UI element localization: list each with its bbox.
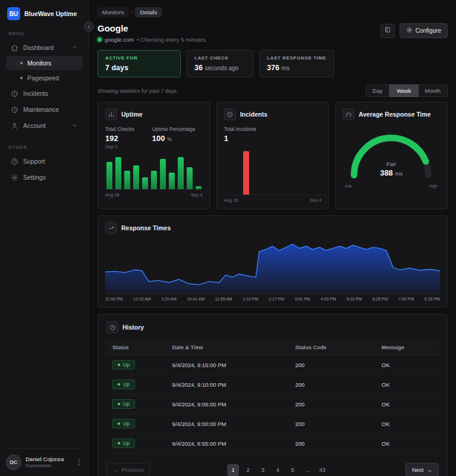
trend-line-icon <box>105 222 117 234</box>
history-icon <box>106 321 118 333</box>
card-title: Incidents <box>240 111 268 118</box>
history-cell-status: Up <box>106 394 166 414</box>
x-axis-label: 4:00 PM <box>320 297 336 301</box>
pagination-page-button[interactable]: 43 <box>316 464 328 476</box>
history-row: Up9/4/2024, 9:05:00 PM200OK <box>106 394 439 414</box>
sidebar-item-label: Maintenance <box>23 106 59 113</box>
x-axis-label: 3:01 PM <box>295 297 310 301</box>
main-content: Monitors › Details Google google.com • C… <box>89 0 456 476</box>
gauge-chart: Fair 388 ms <box>342 127 440 180</box>
sidebar-item-incidents[interactable]: Incidents <box>6 86 83 101</box>
menu-section-label: MENU <box>8 31 80 36</box>
sidebar-item-label: Support <box>23 158 45 165</box>
details-panel-button[interactable] <box>380 24 395 38</box>
response-times-chart <box>105 240 440 293</box>
arrow-right-icon: → <box>426 466 432 473</box>
total-checks-value: 192 <box>105 134 134 143</box>
breadcrumb-monitors[interactable]: Monitors <box>98 7 128 17</box>
card-title: Average Response Time <box>358 111 430 118</box>
stat-card-active-for: ACTIVE FOR 7 days <box>98 50 181 77</box>
uptime-pct-label: Uptime Percentage <box>152 126 196 132</box>
pagination-page-button[interactable]: 5 <box>287 464 298 476</box>
breadcrumb: Monitors › Details <box>98 7 448 17</box>
pagination-page-button[interactable]: 3 <box>257 464 269 476</box>
sidebar-user: DC Daniel Cojocea Superadmin ⋮ <box>6 448 83 470</box>
stat-value: 7 days <box>105 64 173 72</box>
incidents-bar-chart <box>224 149 322 195</box>
history-cell-code: 200 <box>289 355 375 375</box>
total-incidents-label: Total Incidents <box>224 126 256 132</box>
bullet-icon <box>20 62 23 64</box>
stats-caption: Showing statistics for past 7 days. <box>98 88 178 94</box>
uptime-bar <box>187 167 193 189</box>
status-dot-icon <box>118 364 120 366</box>
previous-page-button[interactable]: ← Previous <box>106 463 150 476</box>
uptime-bar <box>142 177 148 189</box>
sidebar-item-maintenance[interactable]: Maintenance <box>6 102 83 117</box>
help-circle-icon <box>10 157 18 165</box>
sidebar-item-dashboard[interactable]: Dashboard <box>6 40 83 55</box>
monitor-url: google.com <box>105 36 134 43</box>
total-checks-label: Total Checks <box>105 126 134 132</box>
sidebar-item-pagespeed[interactable]: Pagespeed <box>6 71 83 85</box>
pagination-page-button[interactable]: 2 <box>242 464 254 476</box>
sidebar-item-label: Monitors <box>27 60 51 67</box>
response-times-card: Response Times 11:00 PM12:15 AM1:20 AM10… <box>98 215 448 308</box>
pagination-page-button[interactable]: 4 <box>272 464 284 476</box>
stat-label: LAST RESPONSE TIME <box>267 55 326 61</box>
range-day-button[interactable]: Day <box>366 84 390 97</box>
uptime-bar <box>133 165 139 189</box>
gear-icon <box>406 27 413 35</box>
status-badge: Up <box>112 380 135 389</box>
history-cell-datetime: 9/4/2024, 9:10:00 PM <box>166 375 290 394</box>
card-title: Response Times <box>121 224 171 231</box>
column-header-message: Message <box>376 340 439 355</box>
status-dot-icon <box>118 442 120 444</box>
avg-response-card: Average Response Time Fair 388 ms low hi… <box>335 102 448 209</box>
x-axis-end: Sep 4 <box>310 198 322 203</box>
history-cell-message: OK <box>376 434 439 453</box>
column-header-status: Status <box>106 340 166 355</box>
sidebar-collapse-button[interactable]: ‹ <box>84 21 94 32</box>
column-header-code: Status Code <box>289 340 375 355</box>
pagination-page-button[interactable]: 1 <box>227 464 239 476</box>
uptime-bar <box>160 159 166 189</box>
sidebar-item-monitors[interactable]: Monitors <box>6 56 83 70</box>
uptime-bar <box>106 162 112 189</box>
status-badge: Up <box>112 399 135 409</box>
history-cell-status: Up <box>106 355 166 375</box>
sidebar-item-label: Account <box>23 122 46 129</box>
sidebar-item-settings[interactable]: Settings <box>6 170 83 185</box>
history-cell-status: Up <box>106 434 166 453</box>
breadcrumb-details: Details <box>135 7 162 17</box>
stat-label: LAST CHECK <box>194 55 246 61</box>
app-logo: BU <box>7 7 20 20</box>
history-cell-message: OK <box>376 414 439 434</box>
bullet-icon <box>20 77 23 79</box>
next-page-button[interactable]: Next → <box>405 463 439 476</box>
alert-circle-icon <box>224 108 236 120</box>
total-incidents-value: 1 <box>224 134 256 143</box>
range-week-button[interactable]: Week <box>389 84 418 97</box>
history-row: Up9/4/2024, 9:00:00 PM200OK <box>106 414 439 434</box>
configure-button[interactable]: Configure <box>400 23 448 38</box>
uptime-bar <box>124 171 130 189</box>
response-x-labels: 11:00 PM12:15 AM1:20 AM10:41 AM11:55 AM1… <box>105 293 440 301</box>
stat-card-last-check: LAST CHECK 36 seconds ago <box>187 50 253 77</box>
other-section-label: OTHER <box>8 145 80 150</box>
range-month-button[interactable]: Month <box>419 84 448 97</box>
sidebar: BU BlueWave Uptime ‹ MENU Dashboard Moni… <box>0 0 89 476</box>
sidebar-item-support[interactable]: Support <box>6 154 83 169</box>
x-axis-label: 10:41 AM <box>187 297 205 301</box>
user-name: Daniel Cojocea <box>26 456 64 463</box>
chevron-up-icon <box>71 44 78 51</box>
range-toggle-group: Day Week Month <box>366 84 448 97</box>
user-menu-button[interactable]: ⋮ <box>76 458 83 466</box>
sidebar-item-account[interactable]: Account <box>6 118 83 133</box>
uptime-bar <box>115 157 121 189</box>
uptime-card: Uptime Total Checks 192 Sep 1 Uptime Per… <box>98 102 210 209</box>
total-checks-sub: Sep 1 <box>105 144 134 149</box>
alert-circle-icon <box>10 89 18 98</box>
x-axis-label: 6:25 PM <box>373 297 388 301</box>
uptime-bar <box>169 173 175 190</box>
